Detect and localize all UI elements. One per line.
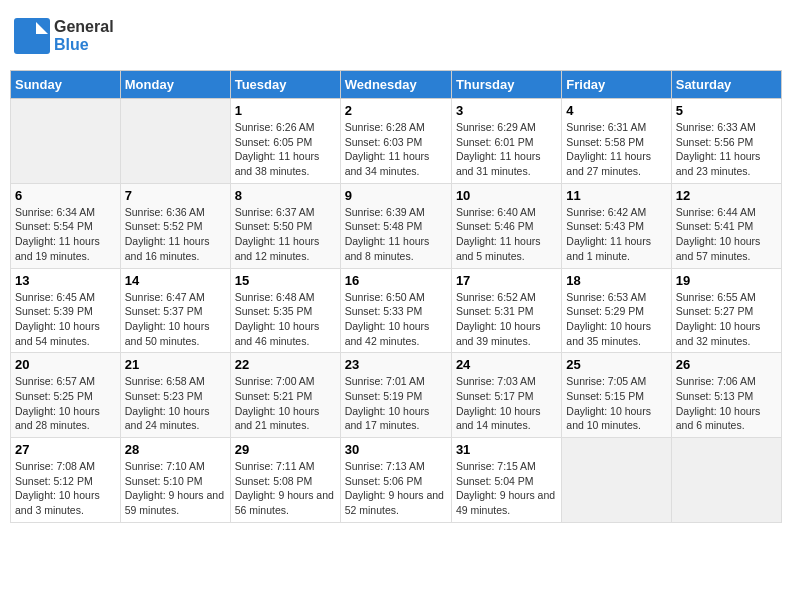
day-info: Sunrise: 6:37 AMSunset: 5:50 PMDaylight:…: [235, 205, 336, 264]
calendar-cell: 8Sunrise: 6:37 AMSunset: 5:50 PMDaylight…: [230, 183, 340, 268]
day-number: 3: [456, 103, 557, 118]
day-info: Sunrise: 6:42 AMSunset: 5:43 PMDaylight:…: [566, 205, 666, 264]
day-info: Sunrise: 6:55 AMSunset: 5:27 PMDaylight:…: [676, 290, 777, 349]
day-info: Sunrise: 6:53 AMSunset: 5:29 PMDaylight:…: [566, 290, 666, 349]
day-info: Sunrise: 7:01 AMSunset: 5:19 PMDaylight:…: [345, 374, 447, 433]
calendar-week-1: 6Sunrise: 6:34 AMSunset: 5:54 PMDaylight…: [11, 183, 782, 268]
logo-blue: Blue: [54, 36, 89, 53]
day-number: 15: [235, 273, 336, 288]
calendar-cell: 10Sunrise: 6:40 AMSunset: 5:46 PMDayligh…: [451, 183, 561, 268]
logo-general: General: [54, 18, 114, 35]
calendar-cell: 16Sunrise: 6:50 AMSunset: 5:33 PMDayligh…: [340, 268, 451, 353]
calendar-header-thursday: Thursday: [451, 71, 561, 99]
calendar-cell: [671, 438, 781, 523]
day-number: 6: [15, 188, 116, 203]
day-info: Sunrise: 6:45 AMSunset: 5:39 PMDaylight:…: [15, 290, 116, 349]
day-number: 21: [125, 357, 226, 372]
svg-rect-0: [14, 18, 50, 54]
day-info: Sunrise: 6:48 AMSunset: 5:35 PMDaylight:…: [235, 290, 336, 349]
calendar-cell: 29Sunrise: 7:11 AMSunset: 5:08 PMDayligh…: [230, 438, 340, 523]
calendar-week-4: 27Sunrise: 7:08 AMSunset: 5:12 PMDayligh…: [11, 438, 782, 523]
calendar-cell: 21Sunrise: 6:58 AMSunset: 5:23 PMDayligh…: [120, 353, 230, 438]
day-info: Sunrise: 6:40 AMSunset: 5:46 PMDaylight:…: [456, 205, 557, 264]
calendar-cell: 15Sunrise: 6:48 AMSunset: 5:35 PMDayligh…: [230, 268, 340, 353]
day-number: 12: [676, 188, 777, 203]
calendar-header-monday: Monday: [120, 71, 230, 99]
day-number: 1: [235, 103, 336, 118]
day-info: Sunrise: 6:47 AMSunset: 5:37 PMDaylight:…: [125, 290, 226, 349]
day-number: 28: [125, 442, 226, 457]
day-number: 4: [566, 103, 666, 118]
calendar-header-saturday: Saturday: [671, 71, 781, 99]
logo-wordmark: General Blue: [54, 18, 114, 53]
day-number: 23: [345, 357, 447, 372]
calendar-week-2: 13Sunrise: 6:45 AMSunset: 5:39 PMDayligh…: [11, 268, 782, 353]
calendar-cell: 9Sunrise: 6:39 AMSunset: 5:48 PMDaylight…: [340, 183, 451, 268]
calendar-cell: [11, 99, 121, 184]
calendar-cell: 26Sunrise: 7:06 AMSunset: 5:13 PMDayligh…: [671, 353, 781, 438]
day-number: 19: [676, 273, 777, 288]
calendar-week-0: 1Sunrise: 6:26 AMSunset: 6:05 PMDaylight…: [11, 99, 782, 184]
calendar-cell: 7Sunrise: 6:36 AMSunset: 5:52 PMDaylight…: [120, 183, 230, 268]
day-number: 27: [15, 442, 116, 457]
day-number: 30: [345, 442, 447, 457]
day-info: Sunrise: 6:36 AMSunset: 5:52 PMDaylight:…: [125, 205, 226, 264]
day-number: 13: [15, 273, 116, 288]
calendar-cell: 22Sunrise: 7:00 AMSunset: 5:21 PMDayligh…: [230, 353, 340, 438]
calendar-cell: 11Sunrise: 6:42 AMSunset: 5:43 PMDayligh…: [562, 183, 671, 268]
day-info: Sunrise: 6:34 AMSunset: 5:54 PMDaylight:…: [15, 205, 116, 264]
calendar-cell: [120, 99, 230, 184]
calendar-week-3: 20Sunrise: 6:57 AMSunset: 5:25 PMDayligh…: [11, 353, 782, 438]
day-info: Sunrise: 6:50 AMSunset: 5:33 PMDaylight:…: [345, 290, 447, 349]
calendar-cell: 3Sunrise: 6:29 AMSunset: 6:01 PMDaylight…: [451, 99, 561, 184]
day-number: 5: [676, 103, 777, 118]
calendar-cell: 19Sunrise: 6:55 AMSunset: 5:27 PMDayligh…: [671, 268, 781, 353]
calendar-cell: 25Sunrise: 7:05 AMSunset: 5:15 PMDayligh…: [562, 353, 671, 438]
calendar-cell: 31Sunrise: 7:15 AMSunset: 5:04 PMDayligh…: [451, 438, 561, 523]
day-info: Sunrise: 6:58 AMSunset: 5:23 PMDaylight:…: [125, 374, 226, 433]
calendar-cell: 30Sunrise: 7:13 AMSunset: 5:06 PMDayligh…: [340, 438, 451, 523]
day-info: Sunrise: 7:08 AMSunset: 5:12 PMDaylight:…: [15, 459, 116, 518]
calendar-header-tuesday: Tuesday: [230, 71, 340, 99]
logo: General Blue: [14, 18, 114, 54]
calendar-cell: 17Sunrise: 6:52 AMSunset: 5:31 PMDayligh…: [451, 268, 561, 353]
day-number: 2: [345, 103, 447, 118]
calendar-cell: [562, 438, 671, 523]
day-info: Sunrise: 7:00 AMSunset: 5:21 PMDaylight:…: [235, 374, 336, 433]
day-info: Sunrise: 6:39 AMSunset: 5:48 PMDaylight:…: [345, 205, 447, 264]
page-header: General Blue: [10, 10, 782, 62]
day-info: Sunrise: 7:05 AMSunset: 5:15 PMDaylight:…: [566, 374, 666, 433]
calendar-cell: 1Sunrise: 6:26 AMSunset: 6:05 PMDaylight…: [230, 99, 340, 184]
calendar-cell: 18Sunrise: 6:53 AMSunset: 5:29 PMDayligh…: [562, 268, 671, 353]
calendar-cell: 27Sunrise: 7:08 AMSunset: 5:12 PMDayligh…: [11, 438, 121, 523]
day-number: 11: [566, 188, 666, 203]
day-info: Sunrise: 6:33 AMSunset: 5:56 PMDaylight:…: [676, 120, 777, 179]
day-info: Sunrise: 7:10 AMSunset: 5:10 PMDaylight:…: [125, 459, 226, 518]
day-number: 9: [345, 188, 447, 203]
calendar-header-row: SundayMondayTuesdayWednesdayThursdayFrid…: [11, 71, 782, 99]
day-info: Sunrise: 7:11 AMSunset: 5:08 PMDaylight:…: [235, 459, 336, 518]
day-info: Sunrise: 6:26 AMSunset: 6:05 PMDaylight:…: [235, 120, 336, 179]
day-number: 20: [15, 357, 116, 372]
day-number: 16: [345, 273, 447, 288]
day-number: 26: [676, 357, 777, 372]
day-number: 25: [566, 357, 666, 372]
day-info: Sunrise: 6:57 AMSunset: 5:25 PMDaylight:…: [15, 374, 116, 433]
calendar-cell: 5Sunrise: 6:33 AMSunset: 5:56 PMDaylight…: [671, 99, 781, 184]
calendar-cell: 28Sunrise: 7:10 AMSunset: 5:10 PMDayligh…: [120, 438, 230, 523]
calendar-cell: 13Sunrise: 6:45 AMSunset: 5:39 PMDayligh…: [11, 268, 121, 353]
calendar-body: 1Sunrise: 6:26 AMSunset: 6:05 PMDaylight…: [11, 99, 782, 523]
day-number: 8: [235, 188, 336, 203]
calendar-cell: 14Sunrise: 6:47 AMSunset: 5:37 PMDayligh…: [120, 268, 230, 353]
calendar-cell: 24Sunrise: 7:03 AMSunset: 5:17 PMDayligh…: [451, 353, 561, 438]
calendar-cell: 4Sunrise: 6:31 AMSunset: 5:58 PMDaylight…: [562, 99, 671, 184]
day-info: Sunrise: 6:44 AMSunset: 5:41 PMDaylight:…: [676, 205, 777, 264]
day-number: 10: [456, 188, 557, 203]
day-info: Sunrise: 6:52 AMSunset: 5:31 PMDaylight:…: [456, 290, 557, 349]
day-info: Sunrise: 7:13 AMSunset: 5:06 PMDaylight:…: [345, 459, 447, 518]
day-info: Sunrise: 7:06 AMSunset: 5:13 PMDaylight:…: [676, 374, 777, 433]
logo-svg: [14, 18, 50, 54]
day-info: Sunrise: 6:31 AMSunset: 5:58 PMDaylight:…: [566, 120, 666, 179]
day-number: 22: [235, 357, 336, 372]
calendar-cell: 20Sunrise: 6:57 AMSunset: 5:25 PMDayligh…: [11, 353, 121, 438]
